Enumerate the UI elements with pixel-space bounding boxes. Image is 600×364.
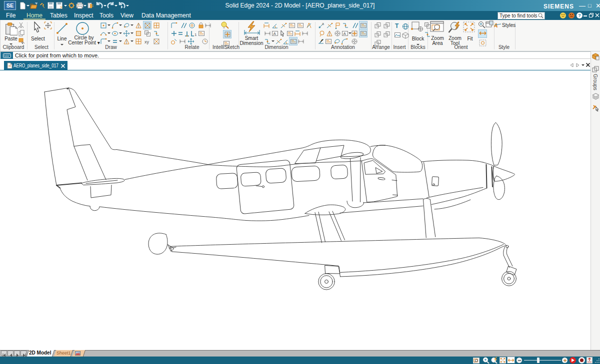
svg-text:1: 1 [194, 32, 197, 37]
svg-text:A: A [494, 22, 499, 28]
svg-text:A: A [274, 31, 276, 36]
svg-text:T: T [395, 22, 399, 29]
svg-text:a: a [322, 22, 324, 25]
svg-text:A: A [344, 31, 346, 36]
svg-text:xy: xy [144, 39, 150, 44]
